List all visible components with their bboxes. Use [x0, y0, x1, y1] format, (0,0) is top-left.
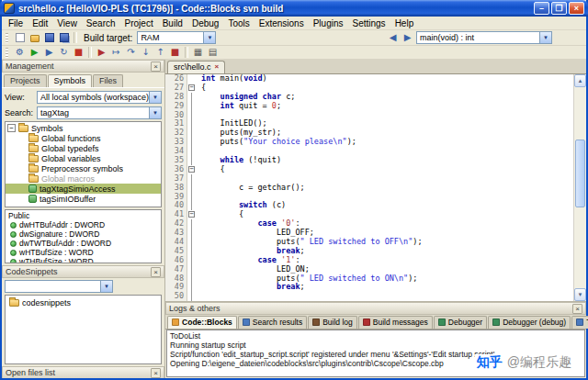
- tree-item-global-functions[interactable]: Global functions: [6, 133, 161, 143]
- info-windows-button[interactable]: ▤: [206, 47, 220, 59]
- panel-close-icon[interactable]: ×: [151, 61, 161, 72]
- editor-tab-hello-c[interactable]: src\hello.c ×: [167, 61, 225, 73]
- management-caption[interactable]: Management ×: [2, 60, 164, 73]
- code-line[interactable]: 35 while (!quit): [165, 156, 573, 165]
- panel-close-icon[interactable]: ×: [572, 304, 582, 314]
- menu-item[interactable]: Help: [390, 18, 419, 28]
- close-button[interactable]: ×: [569, 2, 584, 15]
- panel-close-icon[interactable]: ×: [151, 267, 161, 277]
- stop-debugger-button[interactable]: ■: [168, 47, 182, 59]
- menu-item[interactable]: Plugins: [309, 18, 348, 28]
- abort-button[interactable]: ■: [72, 47, 85, 59]
- build-button[interactable]: ⚙: [13, 47, 27, 59]
- log-tab-search-results[interactable]: Search results: [238, 316, 307, 329]
- fold-margin[interactable]: −: [187, 84, 197, 93]
- fold-collapse-icon[interactable]: −: [188, 211, 195, 218]
- dropdown-arrow-icon[interactable]: [149, 92, 161, 103]
- fold-margin[interactable]: −: [187, 210, 197, 219]
- code-line[interactable]: 49 break;: [165, 283, 573, 292]
- tree-item-global-variables[interactable]: Global variables: [6, 153, 161, 163]
- expander-icon[interactable]: [17, 164, 26, 173]
- goto-implementation-button[interactable]: ▶: [401, 32, 414, 44]
- symbol-member-item[interactable]: wTHBufSize : WORD: [6, 257, 161, 263]
- scroll-up-icon[interactable]: [574, 74, 586, 87]
- code-line[interactable]: 50: [165, 292, 573, 301]
- dropdown-arrow-icon[interactable]: [100, 281, 112, 292]
- toolbar-grip[interactable]: [6, 33, 8, 43]
- symbol-member-item[interactable]: dwHTBufAddr : DWORD: [6, 220, 161, 229]
- openfiles-caption[interactable]: Open files list ×: [2, 366, 164, 378]
- codesnippets-search-input[interactable]: [5, 280, 113, 293]
- save-button[interactable]: [42, 32, 56, 44]
- debug-windows-button[interactable]: ▦: [191, 47, 205, 59]
- scrollbar-thumb[interactable]: [575, 140, 585, 207]
- menu-item[interactable]: Edit: [28, 18, 52, 28]
- log-tab-build-log[interactable]: Build log: [308, 316, 357, 329]
- menu-item[interactable]: Settings: [347, 18, 390, 28]
- tree-item-global-macros[interactable]: Global macros: [6, 173, 161, 184]
- symbol-member-item[interactable]: dwSignature : DWORD: [6, 229, 161, 239]
- codesnippets-caption[interactable]: CodeSnippets ×: [2, 265, 164, 278]
- dropdown-arrow-icon[interactable]: [149, 107, 161, 118]
- tree-item-tagxtagsimioaccess[interactable]: tagXtagSimioAccess: [6, 184, 161, 194]
- view-select[interactable]: All local symbols (workspace): [37, 91, 162, 104]
- menu-item[interactable]: Search: [82, 18, 120, 28]
- build-target-select[interactable]: RAM: [137, 31, 216, 44]
- tree-item-tagsimiobuffer[interactable]: tagSimIOBuffer: [6, 194, 161, 204]
- menu-item[interactable]: View: [52, 18, 82, 28]
- code-line[interactable]: 26int main(void): [165, 74, 573, 84]
- code-line[interactable]: 38 c = getchar();: [165, 184, 573, 193]
- maximize-button[interactable]: ❐: [551, 2, 567, 15]
- run-to-cursor-button[interactable]: ↦: [109, 47, 123, 59]
- code-line[interactable]: 33 puts("Your choice please\n");: [165, 138, 573, 147]
- expander-icon[interactable]: [17, 154, 26, 162]
- fold-margin[interactable]: −: [187, 165, 197, 174]
- menu-item[interactable]: Debug: [187, 18, 223, 28]
- scroll-down-icon[interactable]: [574, 288, 586, 301]
- toolbar-button[interactable]: [185, 47, 188, 58]
- fold-collapse-icon[interactable]: −: [188, 84, 195, 91]
- build-and-run-button[interactable]: ▶: [42, 47, 56, 59]
- menu-item[interactable]: Project: [120, 18, 158, 28]
- log-tab-debugger[interactable]: Debugger: [434, 316, 487, 329]
- rebuild-button[interactable]: ↻: [57, 47, 71, 59]
- fold-collapse-icon[interactable]: −: [188, 166, 195, 173]
- symbol-member-item[interactable]: dwTWTBufAddr : DWORD: [6, 239, 161, 248]
- tab-symbols[interactable]: Symbols: [48, 74, 93, 87]
- codesnippets-root-item[interactable]: codesnippets: [7, 297, 159, 307]
- menu-item[interactable]: Tools: [223, 18, 254, 28]
- log-tab-build-messages[interactable]: Build messages: [358, 316, 433, 329]
- symbol-select[interactable]: main(void) : int: [416, 31, 552, 44]
- symbol-member-item[interactable]: wHTBufSize : WORD: [6, 248, 161, 257]
- toolbar-button[interactable]: [74, 32, 77, 43]
- dropdown-arrow-icon[interactable]: [539, 32, 551, 43]
- new-file-button[interactable]: [13, 32, 27, 44]
- menu-item[interactable]: File: [4, 18, 28, 28]
- tree-item-global-typedefs[interactable]: Global typedefs: [6, 143, 161, 153]
- open-file-button[interactable]: [28, 32, 41, 44]
- toolbar-button[interactable]: [88, 47, 92, 58]
- debug-continue-button[interactable]: ▶: [95, 47, 108, 59]
- editor-vertical-scrollbar[interactable]: [573, 74, 586, 301]
- expander-icon[interactable]: −: [7, 124, 16, 132]
- panel-close-icon[interactable]: ×: [151, 368, 161, 378]
- toolbar-grip[interactable]: [6, 48, 8, 58]
- step-into-button[interactable]: ↓: [139, 47, 153, 59]
- goto-declaration-button[interactable]: ◀: [386, 32, 400, 44]
- menu-item[interactable]: Build: [158, 18, 187, 28]
- logs-caption[interactable]: Logs & others ×: [165, 302, 586, 315]
- tab-close-icon[interactable]: ×: [215, 63, 220, 71]
- tree-item-preprocessor-symbols[interactable]: Preprocessor symbols: [6, 163, 161, 173]
- minimize-button[interactable]: –: [534, 2, 549, 15]
- expander-icon[interactable]: [17, 184, 26, 193]
- expander-icon[interactable]: [17, 134, 26, 142]
- code-line[interactable]: 36− {: [165, 165, 573, 174]
- save-all-button[interactable]: [57, 32, 71, 44]
- step-out-button[interactable]: ↑: [153, 47, 167, 59]
- log-tab-codeblocks[interactable]: Code::Blocks: [167, 316, 237, 329]
- code-line[interactable]: 29 int quit = 0;: [165, 102, 573, 111]
- menu-item[interactable]: Extensions: [254, 18, 309, 28]
- dropdown-arrow-icon[interactable]: [203, 32, 215, 43]
- scrollbar-track[interactable]: [574, 87, 586, 288]
- tree-item-symbols-root[interactable]: − Symbols: [6, 123, 161, 133]
